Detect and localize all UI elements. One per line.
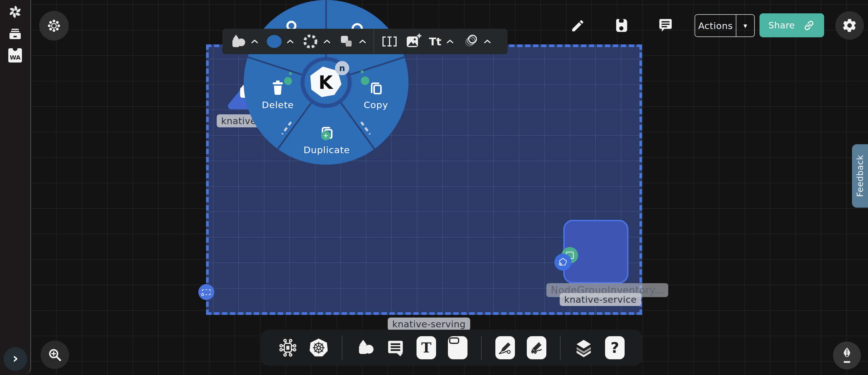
radial-item-copy[interactable]: Copy (352, 80, 400, 110)
connector-pen-tool[interactable] (495, 336, 515, 359)
connector-pen-icon (498, 341, 512, 355)
canvas[interactable]: knative-s NodeGroupInventory... knative-… (0, 0, 868, 375)
infrastructure-node-icon (278, 338, 297, 357)
shape-style-button[interactable] (230, 33, 246, 49)
archive-icon[interactable] (8, 27, 22, 42)
trash-icon (271, 80, 285, 95)
opacity-expand[interactable] (484, 39, 491, 43)
share-button[interactable]: Share (760, 13, 824, 37)
chevron-up-icon (251, 39, 258, 43)
radial-context-menu: Delete Copy (244, 0, 408, 165)
kubernetes-wheel-icon (312, 341, 325, 354)
pen-tool-button[interactable] (833, 342, 861, 369)
copy-icon (369, 80, 383, 95)
kubernetes-tool[interactable] (309, 339, 328, 357)
stack-icon (339, 34, 354, 49)
tool-palette: T (261, 330, 642, 366)
expand-panel-button[interactable]: › (4, 347, 27, 371)
chevron-up-icon (446, 39, 454, 43)
marquee-selection-icon (202, 289, 211, 295)
help-glyph: ? (610, 339, 619, 356)
chevron-right-icon: › (13, 351, 19, 365)
radial-item-label: Duplicate (303, 144, 350, 155)
save-button[interactable] (615, 19, 629, 34)
sidebar: WA (0, 0, 31, 375)
text-width-icon (381, 35, 398, 48)
add-image-icon (405, 33, 422, 49)
comments-icon (658, 18, 673, 33)
edit-pencil-icon (570, 19, 585, 33)
font-size-expand[interactable] (446, 39, 454, 43)
layers-tool[interactable] (574, 338, 593, 357)
help-tool[interactable]: ? (605, 336, 625, 359)
app-logo-pinwheel-icon[interactable] (8, 5, 22, 20)
chevron-up-icon (287, 39, 294, 43)
group-label[interactable]: knative-serving (388, 317, 470, 331)
chevron-up-icon (323, 39, 331, 43)
knative-logo-superscript: n (335, 61, 349, 75)
link-icon (803, 19, 815, 32)
shapes-tool[interactable] (356, 339, 374, 357)
gap-teal-tick (289, 72, 292, 75)
font-size-glyph: Tt (429, 36, 441, 48)
card-tool[interactable] (448, 336, 467, 359)
feedback-tab[interactable]: Feedback (852, 144, 868, 208)
webassembly-badge-icon[interactable]: WA (8, 48, 22, 63)
layers-icon (574, 338, 593, 357)
radial-item-label: Copy (352, 100, 400, 110)
radial-item-delete[interactable]: Delete (254, 80, 302, 110)
chevron-up-icon (359, 39, 366, 43)
font-size-button[interactable]: Tt (429, 36, 441, 48)
add-image-button[interactable] (405, 33, 422, 49)
actions-caret[interactable]: ▾ (736, 15, 754, 36)
pencil-icon (529, 341, 544, 355)
fill-color-expand[interactable] (287, 39, 294, 43)
shape-style-expand[interactable] (251, 39, 258, 43)
toolbar-divider (481, 336, 482, 360)
comments-button[interactable] (658, 18, 673, 34)
radial-item-duplicate[interactable]: Duplicate (303, 126, 350, 155)
text-tool-glyph: T (421, 340, 431, 356)
shapes-icon (356, 339, 374, 357)
wa-notch (13, 46, 18, 51)
text-width-button[interactable] (381, 35, 398, 48)
comment-tool[interactable] (386, 339, 405, 357)
pen-nib-icon (840, 347, 854, 364)
toolbar-divider (560, 336, 561, 360)
card-tab-icon (449, 337, 459, 344)
toolbar-divider (374, 29, 374, 54)
text-tool[interactable]: T (416, 336, 436, 359)
arrange-order-button[interactable] (339, 34, 354, 49)
radial-item-label: Delete (254, 100, 302, 110)
border-style-button[interactable] (302, 33, 318, 49)
gap-teal-tick (361, 70, 364, 73)
comment-icon (386, 339, 405, 357)
knative-logo-letter: K (318, 71, 333, 93)
shapes-icon (230, 33, 246, 49)
zoom-in-button[interactable] (41, 341, 69, 369)
cluster-tool-button[interactable] (39, 11, 69, 41)
feedback-label: Feedback (855, 155, 865, 197)
settings-button[interactable] (835, 11, 864, 40)
fill-color-button[interactable] (267, 35, 282, 48)
infrastructure-node-tool[interactable] (278, 338, 297, 357)
arrange-order-expand[interactable] (359, 39, 366, 43)
save-icon (615, 19, 629, 33)
pencil-draw-tool[interactable] (527, 336, 546, 359)
border-style-expand[interactable] (323, 39, 331, 43)
node-primary-label[interactable]: knative-service (560, 293, 641, 306)
edit-pencil-button[interactable] (570, 19, 585, 34)
selection-handle[interactable] (198, 284, 214, 300)
chevron-up-icon (484, 39, 491, 43)
status-dot (361, 76, 369, 85)
knative-badge-icon[interactable] (554, 253, 571, 271)
status-dot (284, 77, 292, 85)
node-cluster-icon (46, 18, 62, 33)
opacity-button[interactable] (463, 33, 479, 49)
actions-label: Actions (695, 15, 736, 36)
share-label: Share (768, 20, 795, 31)
duplicate-plus-badge (321, 131, 331, 140)
actions-button[interactable]: Actions ▾ (694, 14, 755, 37)
fill-color-swatch (267, 35, 282, 48)
opacity-circles-icon (463, 33, 479, 49)
